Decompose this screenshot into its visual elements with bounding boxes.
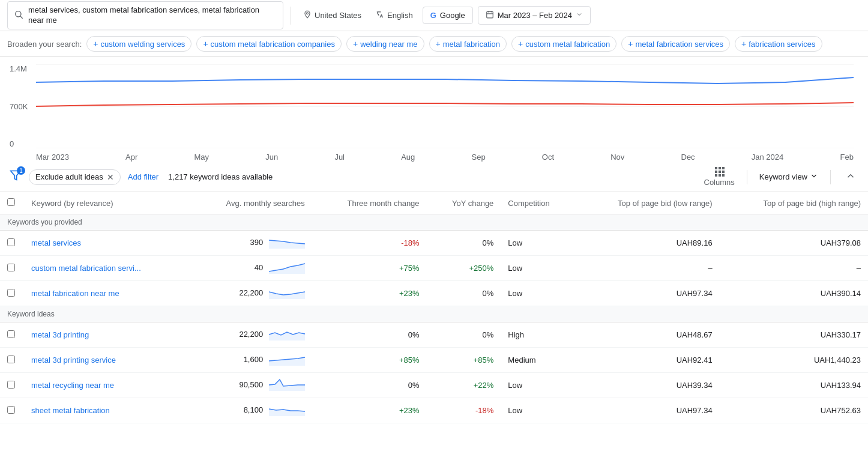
row-bid-high: UAH390.14 (720, 281, 868, 306)
row-checkbox-cell (0, 348, 24, 373)
row-checkbox-cell (0, 231, 24, 256)
header-yoy[interactable]: YoY change (427, 192, 501, 214)
exclude-adult-chip[interactable]: Exclude adult ideas ✕ (29, 169, 121, 185)
row-yoy: 0% (427, 322, 501, 348)
x-label-2: May (194, 153, 209, 162)
sparkline-chart (269, 261, 305, 276)
section-title-1: Keyword ideas (0, 306, 868, 322)
collapse-button[interactable] (843, 168, 858, 186)
country-filter[interactable]: United States (298, 8, 366, 23)
sparkline-chart (269, 327, 305, 342)
broaden-chip-0[interactable]: + custom welding services (86, 36, 191, 52)
row-avg-searches: 1,600 (188, 348, 312, 373)
x-label-1: Apr (125, 153, 137, 162)
header-three-month[interactable]: Three month change (312, 192, 427, 214)
row-avg-searches: 22,200 (188, 281, 312, 306)
row-checkbox[interactable] (7, 330, 15, 338)
header-bid-low[interactable]: Top of page bid (low range) (575, 192, 720, 214)
row-competition: Low (501, 231, 575, 256)
header-competition[interactable]: Competition (501, 192, 575, 214)
row-checkbox[interactable] (7, 356, 15, 363)
plus-icon: + (93, 39, 98, 49)
row-yoy: +22% (427, 373, 501, 398)
table-header-row: Keyword (by relevance) Avg. monthly sear… (0, 192, 868, 214)
add-filter-button[interactable]: Add filter (128, 172, 158, 181)
row-yoy: 0% (427, 281, 501, 306)
avg-searches-value: 22,200 (239, 288, 263, 297)
row-yoy: -18% (427, 398, 501, 423)
broaden-chip-1[interactable]: + custom metal fabrication companies (196, 36, 342, 52)
date-range-selector[interactable]: Mar 2023 – Feb 2024 (478, 6, 591, 25)
x-label-6: Sep (471, 153, 485, 162)
header-keyword[interactable]: Keyword (by relevance) (24, 192, 188, 214)
chart-x-labels: Mar 2023 Apr May Jun Jul Aug Sep Oct Nov… (36, 150, 854, 166)
table-row: sheet metal fabrication 8,100 +23% -18% … (0, 398, 868, 423)
row-checkbox[interactable] (7, 238, 15, 246)
avg-searches-value: 22,200 (239, 330, 263, 339)
x-label-9: Dec (681, 153, 695, 162)
search-box[interactable]: metal services, custom metal fabrication… (7, 1, 283, 30)
broaden-chip-5[interactable]: + metal fabrication services (621, 36, 730, 52)
row-competition: Low (501, 281, 575, 306)
x-label-8: Nov (610, 153, 624, 162)
remove-filter-icon[interactable]: ✕ (107, 172, 114, 182)
keyword-text[interactable]: metal fabrication near me (31, 289, 119, 298)
avg-searches-value: 90,500 (239, 380, 263, 389)
engine-selector[interactable]: G Google (423, 7, 473, 24)
keyword-text[interactable]: sheet metal fabrication (31, 406, 110, 415)
row-avg-searches: 40 (188, 256, 312, 281)
broaden-row: Broaden your search: + custom welding se… (0, 31, 868, 57)
row-avg-searches: 90,500 (188, 373, 312, 398)
language-filter[interactable]: English (371, 8, 418, 23)
row-keyword: metal 3d printing (24, 322, 188, 348)
sparkline-chart (269, 235, 305, 250)
broaden-chip-6[interactable]: + fabrication services (735, 36, 822, 52)
row-bid-low: UAH89.16 (575, 231, 720, 256)
broaden-chip-2[interactable]: + welding near me (346, 36, 424, 52)
table-row: metal services 390 -18% 0% Low UAH89.16 … (0, 231, 868, 256)
search-query-text: metal services, custom metal fabrication… (28, 5, 277, 26)
row-bid-low: UAH39.34 (575, 373, 720, 398)
row-bid-high: UAH1,440.23 (720, 348, 868, 373)
keyword-view-button[interactable]: Keyword view (759, 172, 818, 182)
calendar-icon (486, 10, 494, 20)
svg-point-0 (16, 11, 21, 17)
avg-searches-value: 8,100 (244, 405, 264, 414)
translate-icon (376, 10, 384, 20)
broaden-chip-4[interactable]: + custom metal fabrication (511, 36, 616, 52)
section-header-0: Keywords you provided (0, 214, 868, 231)
keyword-text[interactable]: metal services (31, 238, 81, 247)
x-label-5: Aug (401, 153, 415, 162)
header-avg-searches[interactable]: Avg. monthly searches (188, 192, 312, 214)
x-label-3: Jun (265, 153, 278, 162)
select-all-checkbox[interactable] (7, 198, 15, 206)
chevron-down-icon (576, 11, 583, 20)
row-three-month: +85% (312, 348, 427, 373)
table-row: custom metal fabrication servi... 40 +75… (0, 256, 868, 281)
row-keyword: custom metal fabrication servi... (24, 256, 188, 281)
divider (291, 7, 291, 25)
row-checkbox-cell (0, 373, 24, 398)
row-keyword: sheet metal fabrication (24, 398, 188, 423)
broaden-chip-3[interactable]: + metal fabrication (429, 36, 507, 52)
row-competition: High (501, 322, 575, 348)
keyword-text[interactable]: metal recycling near me (31, 381, 114, 390)
table-row: metal 3d printing 22,200 0% 0% High UAH4… (0, 322, 868, 348)
row-checkbox[interactable] (7, 406, 15, 414)
country-label: United States (315, 11, 361, 20)
keyword-text[interactable]: metal 3d printing (31, 330, 89, 339)
keyword-text[interactable]: metal 3d printing service (31, 356, 116, 365)
row-checkbox[interactable] (7, 381, 15, 389)
table-row: metal 3d printing service 1,600 +85% +85… (0, 348, 868, 373)
search-icon (14, 10, 23, 21)
chart-y-labels: 1.4M 700K 0 (10, 64, 28, 148)
columns-button[interactable]: Columns (704, 167, 735, 187)
row-checkbox[interactable] (7, 289, 15, 297)
header-bid-high[interactable]: Top of page bid (high range) (720, 192, 868, 214)
row-checkbox[interactable] (7, 264, 15, 271)
filter-icon-button[interactable]: 1 (10, 169, 22, 184)
avg-searches-value: 40 (255, 263, 263, 272)
sparkline-chart (269, 378, 305, 393)
keyword-text[interactable]: custom metal fabrication servi... (31, 264, 141, 273)
plus-icon: + (203, 39, 208, 49)
